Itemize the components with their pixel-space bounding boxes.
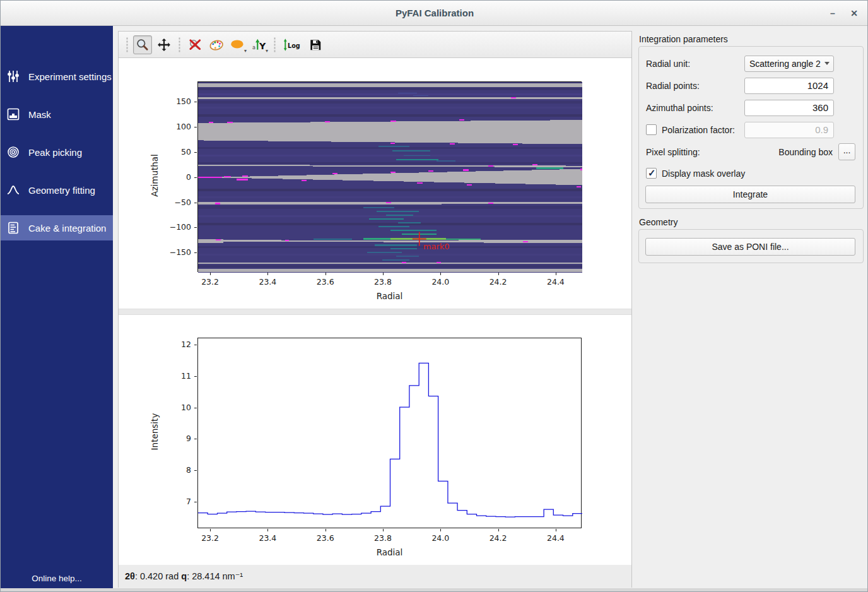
ytick (194, 439, 197, 439)
sidebar-item-experiment-settings[interactable]: Experiment settings (1, 64, 113, 89)
close-button[interactable]: ✕ (846, 6, 862, 21)
radial-unit-value: Scattering angle 2 (749, 59, 821, 69)
axis-title-y: Azimuthal (150, 141, 160, 210)
peak-curve-icon (6, 183, 20, 197)
pixel-splitting-more-button[interactable]: ... (838, 143, 855, 160)
q-label: q (181, 571, 187, 581)
toolbar-grip (273, 37, 276, 53)
azimuthal-points-input[interactable]: 360 (744, 100, 834, 116)
cake-plot-canvas[interactable]: mark0 23.223.423.623.824.024.224.4150100… (119, 58, 631, 309)
colormap-button[interactable] (207, 35, 226, 54)
pan-arrows-icon (157, 38, 171, 52)
minimize-button[interactable]: – (824, 6, 841, 21)
xlab: 23.8 (369, 533, 397, 543)
axis-title-x: Radial (327, 291, 453, 301)
plot-splitter[interactable] (119, 309, 631, 315)
pan-mode-button[interactable] (155, 35, 173, 54)
polarization-input: 0.9 (744, 122, 834, 138)
toolbar-grip (126, 37, 129, 53)
sidebar-item-geometry-fitting[interactable]: Geometry fitting (1, 177, 113, 203)
mask-overlay-label: Display mask overlay (662, 169, 745, 179)
reset-zoom-button[interactable] (185, 35, 204, 54)
dropdown-arrow-icon: ▾ (244, 49, 247, 54)
integration-parameters-group: Radial unit: Scattering angle 2 Radial p… (638, 46, 864, 209)
xlab: 23.8 (369, 277, 397, 287)
ylab: 12 (162, 340, 191, 349)
ytick (194, 376, 197, 377)
tth-value: : 0.420 rad (135, 571, 181, 581)
ylab: 7 (162, 497, 191, 506)
integration-parameters-title: Integration parameters (639, 34, 728, 44)
axis-title-y: Intensity (150, 397, 160, 466)
target-icon (6, 145, 20, 159)
ylab: 50 (162, 147, 191, 157)
title-bar: PyFAI Calibration – ✕ (1, 1, 868, 26)
xlab: 24.2 (484, 533, 512, 543)
xlab: 23.6 (312, 277, 339, 287)
save-button[interactable] (306, 35, 325, 54)
magnifier-red-x-icon (188, 38, 202, 52)
xtick (440, 529, 441, 531)
sidebar-item-mask[interactable]: Mask (1, 102, 113, 127)
pixel-splitting-label: Pixel splitting: (646, 147, 700, 157)
save-poni-button[interactable]: Save as PONI file... (645, 238, 855, 256)
palette-icon (209, 37, 224, 52)
pyfai-calibration-window: PyFAI Calibration – ✕ Experiment setting… (0, 0, 868, 592)
xlab: 24.2 (484, 277, 512, 287)
ylab: 9 (162, 434, 191, 443)
xtick (498, 273, 499, 275)
log-scale-button[interactable]: Log (281, 35, 303, 54)
ytick (194, 252, 197, 253)
sidebar-item-cake-integration[interactable]: Cake & integration (1, 215, 113, 240)
cake-plot[interactable]: mark0 23.223.423.623.824.024.224.4150100… (197, 81, 582, 272)
mask-overlay-checkbox[interactable] (646, 168, 657, 179)
ytick (194, 203, 197, 203)
plot-central-widget: ▾ a Y ▾ Log (118, 31, 632, 588)
xtick (556, 273, 556, 275)
radial-unit-label: Radial unit: (646, 59, 690, 69)
cake-list-icon (6, 221, 20, 235)
y-autoscale-icon: a Y (252, 38, 267, 52)
intensity-plot-area[interactable] (197, 338, 582, 528)
xlab: 23.2 (196, 277, 224, 287)
tth-label: 2θ (125, 571, 135, 581)
integrate-button[interactable]: Integrate (645, 186, 855, 203)
online-help-link[interactable]: Online help... (1, 574, 113, 583)
xlab: 24.4 (542, 277, 570, 287)
zoom-mode-button[interactable] (133, 35, 152, 54)
sidebar-item-peak-picking[interactable]: Peak picking (1, 139, 113, 165)
svg-text:mark0: mark0 (423, 242, 450, 251)
xtick (210, 273, 211, 275)
xtick (326, 273, 326, 275)
ylab: 10 (162, 403, 191, 412)
ytick (194, 177, 197, 178)
xtick (267, 273, 268, 275)
polarization-checkbox[interactable] (646, 124, 657, 135)
svg-text:a: a (252, 44, 255, 50)
y-autoscale-button[interactable]: a Y ▾ (250, 35, 269, 54)
polarization-label: Polarization factor: (662, 125, 735, 135)
radial-unit-select[interactable]: Scattering angle 2 (744, 56, 834, 72)
xlab: 23.4 (254, 533, 281, 543)
position-status-bar: 2θ : 0.420 rad q : 28.414 nm⁻¹ (119, 565, 631, 588)
ylab: 150 (162, 97, 191, 106)
geometry-title: Geometry (639, 217, 677, 227)
q-value: : 28.414 nm⁻¹ (187, 571, 243, 581)
intensity-plot[interactable]: 23.223.423.623.824.024.224.4121110987Rad… (197, 338, 582, 528)
xtick (556, 529, 556, 531)
sidebar-item-label: Peak picking (28, 147, 82, 158)
ytick (194, 227, 197, 228)
cake-plot-area[interactable]: mark0 (197, 81, 582, 272)
radial-points-input[interactable]: 1024 (744, 78, 834, 94)
ytick (194, 345, 197, 345)
intensity-plot-canvas[interactable]: 23.223.423.623.824.024.224.4121110987Rad… (119, 315, 631, 565)
xtick (440, 273, 441, 275)
sidebar: Experiment settings Mask Peak picking Ge… (1, 26, 113, 588)
ylab: 100 (162, 122, 191, 131)
sidebar-item-label: Cake & integration (28, 223, 106, 234)
floppy-icon (308, 38, 322, 52)
ylab: 8 (162, 465, 191, 475)
chevron-down-icon (824, 62, 830, 65)
mask-tools-button[interactable]: ▾ (228, 35, 247, 54)
window-bottom-edge (1, 588, 868, 592)
